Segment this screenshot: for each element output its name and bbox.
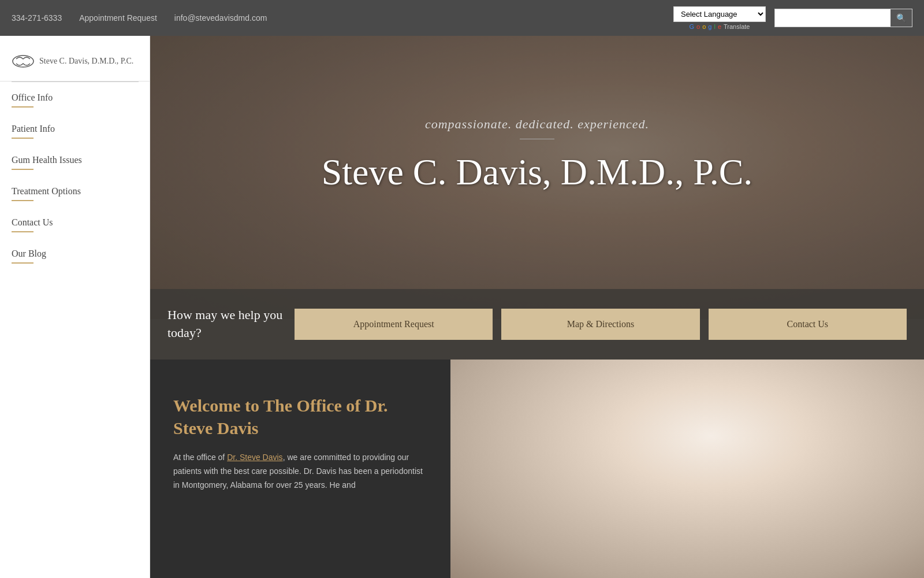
site-header: 334-271-6333 Appointment Request info@st… [0,0,924,36]
search-input[interactable] [775,10,891,26]
lower-section: Welcome to The Office of Dr. Steve Davis… [150,360,924,578]
hero-tagline: compassionate. dedicated. experienced. [150,117,924,132]
cta-question: How may we help you today? [167,306,283,342]
main-layout: Steve C. Davis, D.M.D., P.C. Office Info… [0,36,924,578]
content-area: compassionate. dedicated. experienced. S… [150,36,924,578]
search-button[interactable]: 🔍 [891,9,912,27]
nav-underline [12,169,33,170]
hero-content: compassionate. dedicated. experienced. S… [150,36,924,194]
welcome-title: Welcome to The Office of Dr. Steve Davis [173,394,427,439]
sidebar-item-treatment-options[interactable]: Treatment Options [0,176,150,207]
hero-divider [520,139,554,139]
google-translate-bar: Google Translate [690,23,750,30]
contact-us-cta-button[interactable]: Contact Us [709,309,907,340]
sidebar-item-our-blog[interactable]: Our Blog [0,238,150,269]
header-right: Select Language Google Translate 🔍 [673,6,912,30]
nav-underline [12,231,33,232]
header-appointment-link[interactable]: Appointment Request [79,13,157,23]
nav-underline [12,200,33,201]
sidebar-item-patient-info[interactable]: Patient Info [0,113,150,144]
language-select[interactable]: Select Language [673,6,766,22]
nav-underline [12,106,33,108]
google-g-icon: G [690,23,695,30]
hero-section: compassionate. dedicated. experienced. S… [150,36,924,360]
doctor-image [450,360,924,578]
welcome-panel: Welcome to The Office of Dr. Steve Davis… [150,360,450,578]
sidebar: Steve C. Davis, D.M.D., P.C. Office Info… [0,36,150,578]
sidebar-item-office-info[interactable]: Office Info [0,82,150,113]
sidebar-item-gum-health[interactable]: Gum Health Issues [0,144,150,176]
header-phone: 334-271-6333 [12,13,62,23]
logo-text: Steve C. Davis, D.M.D., P.C. [39,56,133,66]
logo-area: Steve C. Davis, D.M.D., P.C. [0,42,150,81]
doctor-image-area [450,360,924,578]
welcome-text-part1: At the office of [173,453,227,462]
search-box: 🔍 [774,9,912,27]
nav-underline [12,138,33,139]
welcome-text: At the office of Dr. Steve Davis, we are… [173,451,427,492]
header-email-link[interactable]: info@stevedavisdmd.com [174,13,267,23]
language-selector-wrapper: Select Language Google Translate [673,6,766,30]
doctor-link[interactable]: Dr. Steve Davis [227,453,282,462]
nav-underline [12,262,33,264]
cta-bar: How may we help you today? Appointment R… [150,289,924,360]
cta-buttons: Appointment Request Map & Directions Con… [295,309,907,340]
svg-point-0 [13,55,33,67]
header-left: 334-271-6333 Appointment Request info@st… [12,13,267,23]
translate-label: Translate [724,23,750,30]
sidebar-item-contact-us[interactable]: Contact Us [0,207,150,238]
logo-icon [12,53,35,69]
hero-title: Steve C. Davis, D.M.D., P.C. [150,151,924,194]
map-directions-button[interactable]: Map & Directions [501,309,699,340]
appointment-request-button[interactable]: Appointment Request [295,309,493,340]
